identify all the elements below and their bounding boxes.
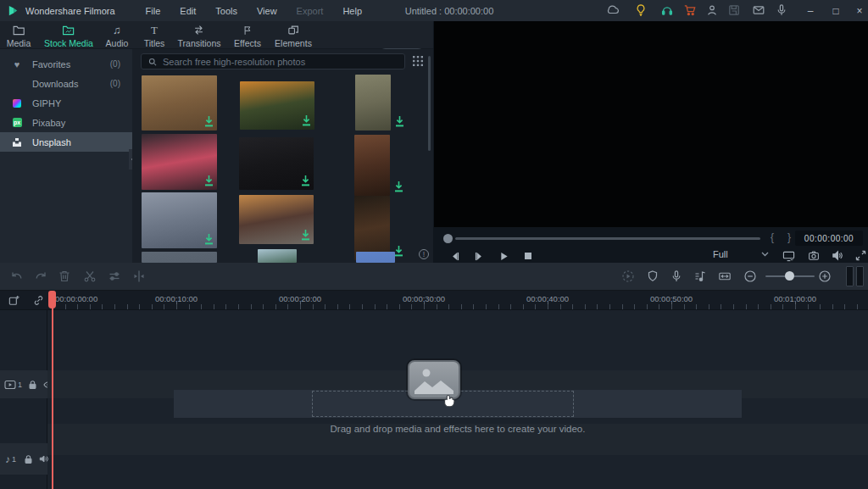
scrollbar[interactable] <box>428 56 431 151</box>
close-button[interactable]: × <box>848 0 868 21</box>
stock-photo-thumbnail[interactable] <box>142 75 217 131</box>
tab-audio[interactable]: ♫ Audio <box>106 24 129 48</box>
cart-icon[interactable] <box>683 3 697 17</box>
quality-value: Full <box>713 249 728 259</box>
mark-out-button[interactable]: } <box>787 231 791 243</box>
tab-titles[interactable]: T Titles <box>144 24 165 48</box>
play-button[interactable] <box>499 252 509 261</box>
download-icon[interactable] <box>203 115 214 127</box>
stock-photo-thumbnail[interactable] <box>142 134 217 190</box>
tab-label: Effects <box>234 38 261 48</box>
music-notes-icon: ♫ <box>113 24 121 36</box>
mark-in-button[interactable]: { <box>771 231 774 243</box>
downloads-count: (0) <box>110 79 120 88</box>
video-viewport[interactable] <box>434 21 868 227</box>
bulb-icon[interactable] <box>634 3 648 17</box>
filmora-logo-icon <box>7 4 19 17</box>
sidebar-item-favorites[interactable]: ♥ Favorites (0) <box>0 54 132 74</box>
download-icon[interactable] <box>203 233 214 245</box>
menu-view[interactable]: View <box>257 6 277 16</box>
cloud-icon[interactable] <box>606 3 620 17</box>
download-icon[interactable] <box>301 114 312 126</box>
download-icon[interactable] <box>300 175 311 186</box>
filmora-window: Wondershare Filmora File Edit Tools View… <box>0 0 868 489</box>
voiceover-mic-icon[interactable] <box>670 270 683 283</box>
titlebar: Wondershare Filmora File Edit Tools View… <box>0 0 868 21</box>
previous-frame-button[interactable] <box>450 252 459 261</box>
stock-photo-thumbnail[interactable] <box>258 249 297 263</box>
sidebar-item-pixabay[interactable]: px Pixabay <box>0 113 132 132</box>
menu-edit[interactable]: Edit <box>180 6 196 16</box>
mail-icon[interactable] <box>752 3 765 17</box>
playhead-line[interactable] <box>52 292 53 489</box>
sidebar-item-giphy[interactable]: GIPHY <box>0 93 132 113</box>
download-icon[interactable] <box>203 175 214 186</box>
tab-media[interactable]: Media <box>7 24 31 48</box>
volume-icon[interactable] <box>832 250 843 261</box>
preview-quality-dropdown[interactable]: Full <box>713 249 769 259</box>
grid-view-icon[interactable] <box>412 55 424 67</box>
zoom-out-icon[interactable] <box>743 270 757 283</box>
stock-photo-thumbnail[interactable] <box>356 252 395 263</box>
next-frame-button[interactable] <box>475 252 484 261</box>
drop-hint-text: Drag and drop media and effects here to … <box>174 424 742 434</box>
sidebar-item-downloads[interactable]: Downloads (0) <box>0 74 132 93</box>
panel-layout-icon[interactable] <box>846 266 864 286</box>
tab-transitions[interactable]: Transitions <box>178 24 221 48</box>
preview-timecode: 00:00:00:00 <box>795 231 863 246</box>
fit-to-timeline-icon[interactable] <box>718 270 732 283</box>
stock-photo-thumbnail[interactable] <box>239 137 314 190</box>
search-input[interactable] <box>163 57 404 67</box>
menu-tools[interactable]: Tools <box>215 6 237 16</box>
mic-icon[interactable] <box>775 3 788 17</box>
tab-stock-media[interactable]: Stock Media <box>44 24 93 48</box>
account-icon[interactable] <box>705 3 719 17</box>
info-icon[interactable]: ! <box>419 249 429 259</box>
headset-icon[interactable] <box>660 3 674 17</box>
download-icon[interactable] <box>394 115 405 127</box>
seek-track[interactable] <box>455 237 760 240</box>
split-icon <box>132 270 146 283</box>
stock-photo-thumbnail[interactable] <box>142 252 217 263</box>
stock-photo-thumbnail[interactable] <box>355 75 391 131</box>
cut-scissors-icon <box>83 270 97 283</box>
stock-photo-thumbnail[interactable] <box>239 195 314 244</box>
tab-label: Media <box>7 38 31 48</box>
manage-tracks-icon[interactable] <box>8 294 20 307</box>
display-settings-icon[interactable] <box>782 250 795 262</box>
search-bar[interactable] <box>141 53 405 69</box>
audio-mixer-icon[interactable] <box>693 270 707 283</box>
audio-track-number: 1 <box>12 455 16 464</box>
lock-icon[interactable] <box>28 380 37 390</box>
tab-effects[interactable]: Effects <box>234 24 261 48</box>
minimize-button[interactable]: – <box>798 0 822 21</box>
fullscreen-icon[interactable] <box>855 250 866 261</box>
download-icon[interactable] <box>300 229 311 241</box>
snapshot-camera-icon[interactable] <box>808 250 820 261</box>
stock-photo-thumbnail[interactable] <box>240 81 314 130</box>
marker-icon[interactable] <box>646 270 659 283</box>
lock-icon[interactable] <box>24 454 33 464</box>
mute-speaker-icon[interactable] <box>39 454 49 464</box>
zoom-slider-handle[interactable] <box>785 271 794 281</box>
stock-photo-thumbnail[interactable] <box>354 196 390 260</box>
timeline-ruler[interactable]: 00:00:00:0000:00:10:0000:00:20:0000:00:3… <box>0 291 868 310</box>
tab-elements[interactable]: Elements <box>275 24 312 48</box>
stock-photo-thumbnail[interactable] <box>142 192 217 248</box>
save-icon <box>727 3 741 17</box>
properties-sliders-icon <box>108 270 121 283</box>
tab-label: Stock Media <box>44 38 93 48</box>
search-icon <box>147 57 158 67</box>
download-icon[interactable] <box>393 181 404 192</box>
link-icon[interactable] <box>32 294 45 307</box>
sidebar-item-unsplash[interactable]: Unsplash <box>0 132 132 152</box>
stock-photo-thumbnail[interactable] <box>354 135 390 196</box>
stop-button[interactable] <box>524 252 532 260</box>
zoom-in-icon[interactable] <box>818 270 832 283</box>
playhead-handle[interactable] <box>48 291 56 308</box>
unsplash-icon <box>12 138 22 147</box>
seek-handle[interactable] <box>443 234 453 243</box>
maximize-button[interactable]: □ <box>824 0 848 21</box>
tab-label: Audio <box>106 38 129 48</box>
menu-file[interactable]: File <box>146 6 161 16</box>
